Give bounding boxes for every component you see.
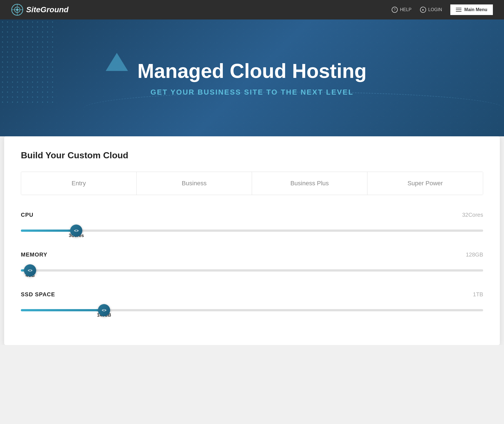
cpu-slider-section: CPU 32Cores <> 3Cores [21, 212, 483, 238]
tab-business-plus[interactable]: Business Plus [252, 172, 367, 195]
tab-super-power[interactable]: Super Power [367, 172, 483, 195]
ssd-slider-section: SSD SPACE 1TB <> 140GB [21, 291, 483, 317]
logo-text: SiteGround [26, 5, 68, 14]
cpu-slider[interactable]: <> 3Cores [21, 224, 483, 238]
cpu-slider-header: CPU 32Cores [21, 212, 483, 218]
siteground-logo-icon [11, 4, 23, 16]
memory-slider[interactable]: <> 4GB [21, 263, 483, 277]
cpu-slider-thumb[interactable]: <> [70, 225, 82, 237]
tab-entry[interactable]: Entry [21, 172, 137, 195]
hero-section: Managed Cloud Hosting GET YOUR BUSINESS … [0, 19, 504, 136]
hero-curve-decoration [83, 92, 504, 125]
logo[interactable]: SiteGround [11, 4, 68, 16]
hero-title: Managed Cloud Hosting [137, 60, 367, 82]
memory-slider-thumb[interactable]: <> [24, 264, 36, 277]
tab-business[interactable]: Business [137, 172, 252, 195]
help-link[interactable]: ? HELP [392, 7, 412, 13]
header: SiteGround ? HELP ● LOGIN Main Menu [0, 0, 504, 19]
cpu-slider-fill [21, 230, 76, 232]
ssd-thumb-icon: <> [102, 308, 106, 312]
cpu-max-value: 32Cores [462, 212, 483, 218]
ssd-slider-fill [21, 309, 104, 311]
memory-slider-track [21, 269, 483, 272]
ssd-slider-track [21, 309, 483, 311]
memory-label: MEMORY [21, 252, 47, 258]
ssd-label: SSD SPACE [21, 291, 55, 298]
hamburger-icon [456, 8, 461, 12]
memory-slider-section: MEMORY 128GB <> 4GB [21, 252, 483, 277]
memory-thumb-icon: <> [28, 268, 32, 273]
ssd-slider-thumb[interactable]: <> [98, 304, 110, 316]
memory-slider-header: MEMORY 128GB [21, 252, 483, 258]
hero-subtitle: GET YOUR BUSINESS SITE TO THE NEXT LEVEL [150, 88, 354, 97]
memory-max-value: 128GB [466, 252, 483, 258]
plan-tabs: Entry Business Business Plus Super Power [21, 172, 483, 195]
ssd-slider[interactable]: <> 140GB [21, 303, 483, 317]
hero-triangle-decoration [106, 53, 128, 71]
cpu-label: CPU [21, 212, 33, 218]
ssd-max-value: 1TB [473, 291, 483, 298]
main-menu-button[interactable]: Main Menu [450, 4, 493, 15]
help-icon: ? [392, 7, 398, 13]
main-content: Build Your Custom Cloud Entry Business B… [4, 136, 500, 345]
hero-dots-decoration [0, 19, 56, 103]
login-link[interactable]: ● LOGIN [420, 7, 442, 13]
cpu-thumb-icon: <> [74, 228, 78, 233]
cpu-slider-track [21, 230, 483, 232]
section-title: Build Your Custom Cloud [21, 150, 483, 161]
header-nav: ? HELP ● LOGIN Main Menu [392, 4, 493, 15]
ssd-slider-header: SSD SPACE 1TB [21, 291, 483, 298]
user-icon: ● [420, 7, 426, 13]
